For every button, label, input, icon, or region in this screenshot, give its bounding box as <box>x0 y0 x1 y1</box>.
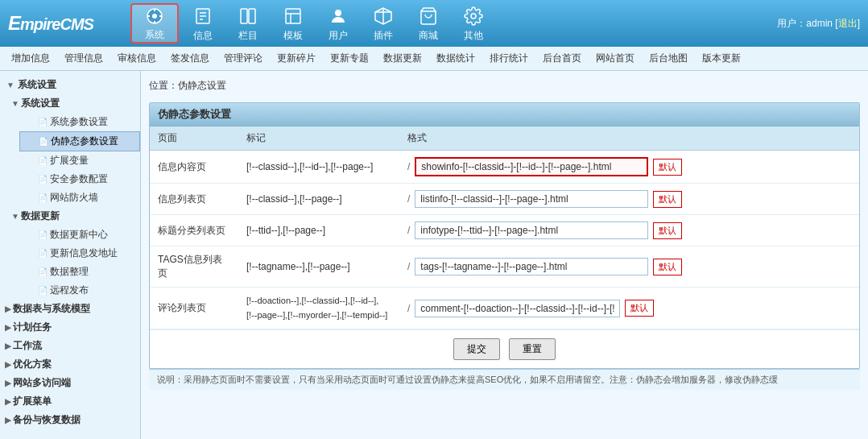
sidebar-data-item-4: 远程发布 <box>50 284 89 297</box>
top-nav: EmpireCMS 系统 信息 栏目 模板 <box>0 0 868 47</box>
sidebar-multisite-title[interactable]: ▶ 网站多访问端 <box>0 374 140 392</box>
col-format: 格式 <box>399 126 859 151</box>
folder-icon-4: 📄 <box>37 193 48 204</box>
expand-icon: ▼ <box>11 99 19 108</box>
expand-icon-optimize: ▶ <box>5 360 11 369</box>
breadcrumb-text: 位置：伪静态设置 <box>149 80 226 91</box>
sidebar-workflow-title[interactable]: ▶ 工作流 <box>0 337 140 355</box>
sidebar-item-data-manage[interactable]: 📄 数据整理 <box>19 263 140 281</box>
other-icon <box>462 5 485 27</box>
subnav-backend-home[interactable]: 后台首页 <box>536 50 588 67</box>
subnav-review-info[interactable]: 审核信息 <box>111 50 163 67</box>
expand-icon-workflow: ▶ <box>5 342 11 350</box>
nav-item-plugin[interactable]: 插件 <box>361 0 406 47</box>
format-input-4[interactable] <box>415 300 620 317</box>
page-name-3: TAGS信息列表页 <box>158 254 222 279</box>
nav-label-info: 信息 <box>193 29 213 43</box>
cell-format-1: / 默认 <box>399 184 859 215</box>
tree-expand-icon: ▼ <box>5 80 16 91</box>
user-info: 用户： admin [退出] <box>777 0 868 47</box>
subnav-version-update[interactable]: 版本更新 <box>696 50 747 67</box>
tag-value-0: [!--classid--],[!--id--],[!--page--] <box>246 161 373 172</box>
column-icon <box>237 5 259 27</box>
subnav-update-snippet[interactable]: 更新碎片 <box>271 50 322 67</box>
format-input-0[interactable] <box>415 157 648 176</box>
nav-label-plugin: 插件 <box>374 29 393 43</box>
sidebar-title-system[interactable]: ▼ 系统设置 <box>0 76 140 94</box>
nav-item-system[interactable]: 系统 <box>130 3 179 43</box>
expand-icon-backup: ▶ <box>5 416 11 425</box>
shop-icon <box>417 5 440 27</box>
tag-value-2: [!--ttid--],[!--page--] <box>246 225 325 236</box>
subnav-backend-map[interactable]: 后台地图 <box>643 50 694 67</box>
sidebar-item-sys-params[interactable]: 📄 系统参数设置 <box>19 113 140 131</box>
sidebar-item-label-active: 伪静态参数设置 <box>51 135 118 148</box>
logout-link[interactable]: 退出 <box>838 17 858 31</box>
subnav-manage-comments[interactable]: 管理评论 <box>217 50 269 67</box>
sidebar-extmenu-title[interactable]: ▶ 扩展菜单 <box>0 392 140 411</box>
panel-body: 页面 标记 格式 信息内容页 [!--classid--],[!-- <box>150 126 859 368</box>
sidebar-sub-title-settings[interactable]: ▼ 系统设置 <box>6 94 140 113</box>
subnav-data-stats[interactable]: 数据统计 <box>430 50 482 67</box>
sidebar-item-update-addr[interactable]: 📄 更新信息发地址 <box>19 244 140 263</box>
expand-icon-multisite: ▶ <box>5 379 11 387</box>
reset-button[interactable]: 重置 <box>509 338 556 360</box>
subnav-update-special[interactable]: 更新专题 <box>324 50 375 67</box>
nav-item-template[interactable]: 模板 <box>271 0 316 47</box>
page-name-4: 评论列表页 <box>158 302 206 313</box>
nav-item-shop[interactable]: 商城 <box>406 0 451 47</box>
sidebar-optimize-title[interactable]: ▶ 优化方案 <box>0 355 140 374</box>
subnav-manage-info[interactable]: 管理信息 <box>58 50 110 67</box>
nav-label-column: 栏目 <box>238 29 258 43</box>
nav-item-info[interactable]: 信息 <box>180 0 225 47</box>
sidebar-item-security-params[interactable]: 📄 安全参数配置 <box>19 170 140 188</box>
subnav-site-home[interactable]: 网站首页 <box>589 50 641 67</box>
sidebar-data-item-3: 数据整理 <box>50 265 89 279</box>
footer-note: 说明：采用静态页面时不需要设置，只有当采用动态页面时可通过设置伪静态来提高SEO… <box>149 369 860 390</box>
plugin-icon <box>372 5 395 27</box>
sidebar-item-data-center[interactable]: 📄 数据更新中心 <box>19 226 140 244</box>
submit-button[interactable]: 提交 <box>453 338 500 360</box>
sidebar-data-title[interactable]: ▼ 数据更新 <box>6 207 140 226</box>
nav-label-shop: 商城 <box>419 29 438 43</box>
subnav-add-info[interactable]: 增加信息 <box>5 50 56 67</box>
format-input-1[interactable] <box>415 190 648 208</box>
logo-text: EmpireCMS <box>8 12 93 35</box>
subnav-rank-stats[interactable]: 排行统计 <box>483 50 535 67</box>
svg-rect-12 <box>286 9 300 23</box>
sidebar-data-label: 数据更新 <box>21 209 60 223</box>
default-btn-0[interactable]: 默认 <box>653 159 682 176</box>
format-cell-0: / 默认 <box>407 157 851 176</box>
settings-panel: 伪静态参数设置 页面 标记 格式 信息内容页 <box>149 102 860 369</box>
sidebar-section-system: ▼ 系统设置 ▼ 系统设置 📄 系统参数设置 📄 伪静态参数设置 <box>0 74 140 431</box>
sidebar-extmenu-label: 扩展菜单 <box>13 395 52 408</box>
subnav-data-update[interactable]: 数据更新 <box>377 50 428 67</box>
sidebar-item-label-4: 网站防火墙 <box>50 191 98 205</box>
nav-item-column[interactable]: 栏目 <box>225 0 271 47</box>
sidebar-model-title[interactable]: ▶ 数据表与系统模型 <box>0 300 140 318</box>
system-icon <box>143 5 166 27</box>
cell-tag-3: [!--tagname--],[!--page--] <box>238 246 399 288</box>
page-name-1: 信息列表页 <box>158 193 206 205</box>
format-input-3[interactable] <box>415 258 648 275</box>
sub-nav: 增加信息 管理信息 审核信息 签发信息 管理评论 更新碎片 更新专题 数据更新 … <box>0 47 868 71</box>
sidebar-item-remote-publish[interactable]: 📄 远程发布 <box>19 281 140 300</box>
sidebar-backup-title[interactable]: ▶ 备份与恢复数据 <box>0 411 140 429</box>
nav-item-user[interactable]: 用户 <box>316 0 361 47</box>
subnav-publish-info[interactable]: 签发信息 <box>164 50 216 67</box>
sidebar-item-ext-vars[interactable]: 📄 扩展变量 <box>19 151 140 170</box>
nav-item-other[interactable]: 其他 <box>451 0 496 47</box>
sidebar-sub-label: 系统设置 <box>21 97 60 110</box>
sidebar-data-item-2: 更新信息发地址 <box>50 246 118 260</box>
sidebar-data-item-1: 数据更新中心 <box>50 228 108 242</box>
sidebar-task-title[interactable]: ▶ 计划任务 <box>0 318 140 337</box>
sidebar-model-label: 数据表与系统模型 <box>13 302 90 316</box>
cell-tag-1: [!--classid--],[!--page--] <box>238 184 399 215</box>
sidebar-item-firewall[interactable]: 📄 网站防火墙 <box>19 188 140 207</box>
sidebar-item-pseudo-static[interactable]: 📄 伪静态参数设置 <box>19 131 140 151</box>
cell-page-3: TAGS信息列表页 <box>150 246 238 288</box>
nav-label-other: 其他 <box>464 29 483 43</box>
format-input-2[interactable] <box>415 222 648 239</box>
cell-tag-4: [!--doaction--],[!--classid--],[!--id--]… <box>238 288 399 329</box>
user-icon <box>327 5 349 27</box>
